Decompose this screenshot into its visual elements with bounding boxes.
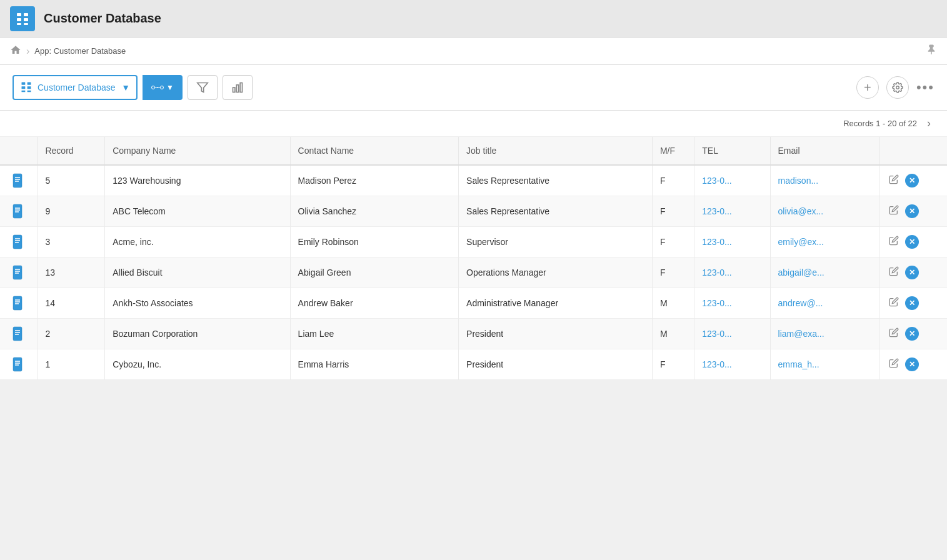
record-number: 2 [38, 319, 105, 349]
delete-button[interactable]: ✕ [905, 327, 919, 341]
email-link[interactable]: madison... [778, 176, 819, 186]
svg-rect-4 [17, 23, 21, 25]
gender: F [652, 258, 694, 288]
svg-point-12 [152, 86, 155, 89]
workflow-button[interactable]: ▼ [143, 75, 183, 100]
table-row: 9 ABC Telecom Olivia Sanchez Sales Repre… [0, 196, 947, 227]
record-document-icon [8, 204, 29, 219]
telephone[interactable]: 123-0... [694, 319, 770, 349]
job-title: Operations Manager [459, 258, 653, 288]
email-link[interactable]: abigail@e... [778, 268, 824, 278]
company-name: Cybozu, Inc. [105, 349, 290, 380]
pencil-icon [889, 358, 899, 368]
tel-link[interactable]: 123-0... [702, 237, 731, 247]
edit-button[interactable] [888, 173, 900, 188]
delete-button[interactable]: ✕ [905, 235, 919, 249]
telephone[interactable]: 123-0... [694, 196, 770, 227]
company-name: Acme, inc. [105, 227, 290, 258]
email[interactable]: emily@ex... [770, 227, 879, 258]
tel-link[interactable]: 123-0... [702, 268, 731, 278]
email[interactable]: liam@exa... [770, 319, 879, 349]
filter-button[interactable] [188, 75, 218, 100]
view-selector[interactable]: Customer Database ▼ [13, 75, 138, 100]
gender: M [652, 319, 694, 349]
close-icon: ✕ [909, 238, 915, 246]
email-link[interactable]: emma_h... [778, 359, 819, 369]
col-header-jobtitle[interactable]: Job title [459, 137, 653, 165]
tel-link[interactable]: 123-0... [702, 359, 731, 369]
col-header-icon [0, 137, 38, 165]
col-header-email[interactable]: Email [770, 137, 879, 165]
edit-button[interactable] [888, 326, 900, 341]
more-options-button[interactable]: ••• [916, 79, 934, 96]
records-next-button[interactable]: › [923, 116, 934, 131]
add-button[interactable]: + [856, 76, 879, 99]
pencil-icon [889, 266, 899, 276]
delete-button[interactable]: ✕ [905, 204, 919, 218]
email-link[interactable]: olivia@ex... [778, 206, 824, 216]
company-name: 123 Warehousing [105, 165, 290, 196]
edit-button[interactable] [888, 265, 900, 280]
chart-button[interactable] [223, 75, 253, 100]
svg-rect-0 [17, 13, 21, 16]
telephone[interactable]: 123-0... [694, 288, 770, 319]
svg-rect-19 [236, 85, 238, 92]
edit-button[interactable] [888, 204, 900, 219]
svg-point-16 [161, 86, 164, 89]
delete-button[interactable]: ✕ [905, 296, 919, 310]
data-table-wrapper: Record Company Name Contact Name Job tit… [0, 137, 947, 380]
breadcrumb-home-icon[interactable] [10, 44, 21, 58]
tel-link[interactable]: 123-0... [702, 176, 731, 186]
col-header-contact[interactable]: Contact Name [290, 137, 458, 165]
email-link[interactable]: emily@ex... [778, 237, 824, 247]
col-header-mf[interactable]: M/F [652, 137, 694, 165]
col-header-record[interactable]: Record [38, 137, 105, 165]
telephone[interactable]: 123-0... [694, 349, 770, 380]
edit-button[interactable] [888, 296, 900, 311]
delete-button[interactable]: ✕ [905, 266, 919, 279]
svg-rect-52 [13, 358, 22, 371]
action-cell: ✕ [879, 227, 947, 258]
col-header-company[interactable]: Company Name [105, 137, 290, 165]
gender: F [652, 196, 694, 227]
email[interactable]: abigail@e... [770, 258, 879, 288]
telephone[interactable]: 123-0... [694, 165, 770, 196]
delete-button[interactable]: ✕ [905, 358, 919, 371]
close-icon: ✕ [909, 361, 915, 368]
record-number: 14 [38, 288, 105, 319]
record-number: 1 [38, 349, 105, 380]
telephone[interactable]: 123-0... [694, 227, 770, 258]
svg-rect-10 [22, 90, 26, 92]
table-row: 5 123 Warehousing Madison Perez Sales Re… [0, 165, 947, 196]
email-link[interactable]: liam@exa... [778, 329, 824, 339]
email[interactable]: olivia@ex... [770, 196, 879, 227]
edit-button[interactable] [888, 357, 900, 372]
tel-link[interactable]: 123-0... [702, 206, 731, 216]
view-selector-grid-icon [20, 81, 33, 95]
edit-button[interactable] [888, 234, 900, 249]
pin-icon[interactable] [926, 44, 937, 58]
delete-button[interactable]: ✕ [905, 174, 919, 188]
email[interactable]: emma_h... [770, 349, 879, 380]
job-title: Sales Representative [459, 196, 653, 227]
close-icon: ✕ [909, 208, 915, 215]
tel-link[interactable]: 123-0... [702, 298, 731, 308]
company-name: Bozuman Corporation [105, 319, 290, 349]
email[interactable]: madison... [770, 165, 879, 196]
close-icon: ✕ [909, 269, 915, 276]
telephone[interactable]: 123-0... [694, 258, 770, 288]
tel-link[interactable]: 123-0... [702, 329, 731, 339]
record-document-icon [8, 296, 29, 311]
contact-name: Emily Robinson [290, 227, 458, 258]
col-header-tel[interactable]: TEL [694, 137, 770, 165]
settings-button[interactable] [886, 76, 909, 99]
email-link[interactable]: andrew@... [778, 298, 823, 308]
table-row: 14 Ankh-Sto Associates Andrew Baker Admi… [0, 288, 947, 319]
email[interactable]: andrew@... [770, 288, 879, 319]
pencil-icon [889, 328, 899, 338]
company-name: Allied Biscuit [105, 258, 290, 288]
chevron-right-icon: › [927, 117, 931, 129]
svg-rect-42 [13, 296, 22, 310]
table-header-row: Record Company Name Contact Name Job tit… [0, 137, 947, 165]
filter-icon [196, 81, 209, 94]
